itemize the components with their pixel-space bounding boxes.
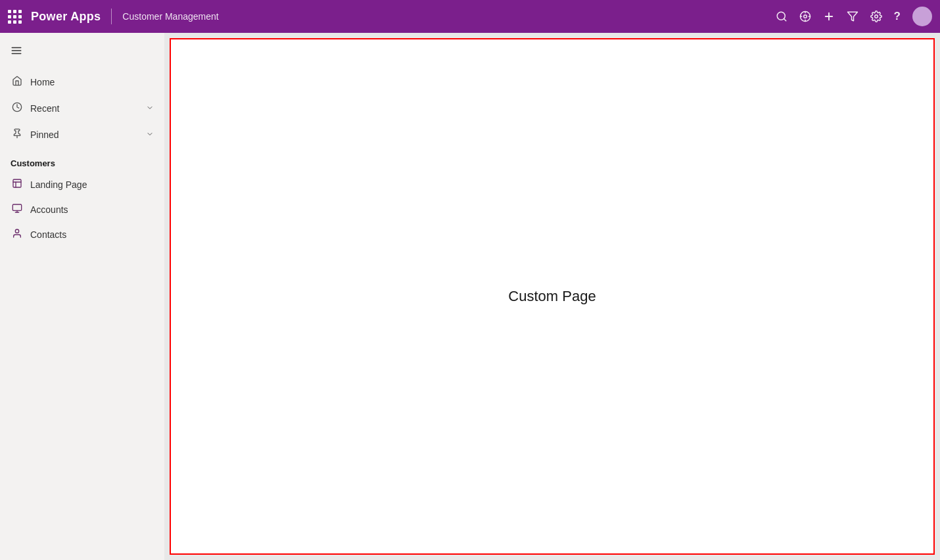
sidebar-item-recent[interactable]: Recent: [0, 95, 164, 122]
recent-chevron-icon: [146, 104, 154, 114]
app-name: Power Apps: [31, 10, 101, 24]
sidebar-recent-label: Recent: [30, 103, 146, 114]
landing-page-label: Landing Page: [30, 179, 87, 190]
topbar: Power Apps Customer Management: [0, 0, 940, 33]
accounts-icon: [11, 203, 24, 216]
svg-point-23: [15, 229, 18, 233]
svg-rect-17: [13, 179, 21, 187]
accounts-label: Accounts: [30, 204, 68, 215]
topbar-divider: [111, 9, 112, 24]
svg-point-11: [874, 15, 878, 18]
content-area: Custom Page: [164, 33, 940, 560]
sidebar-item-landing-page[interactable]: Landing Page: [0, 172, 164, 197]
svg-line-1: [784, 18, 786, 20]
landing-page-icon: [11, 178, 24, 191]
customers-section-header: Customers: [0, 148, 164, 172]
sidebar-item-contacts[interactable]: Contacts: [0, 222, 164, 247]
filter-icon[interactable]: [847, 11, 858, 22]
svg-rect-20: [12, 204, 21, 210]
avatar[interactable]: [912, 7, 932, 26]
svg-marker-10: [847, 12, 857, 21]
contacts-label: Contacts: [30, 229, 66, 240]
contacts-icon: [11, 228, 24, 241]
page-title: Customer Management: [122, 11, 218, 22]
search-icon[interactable]: [776, 11, 787, 22]
target-icon[interactable]: [799, 11, 811, 22]
topbar-actions: ?: [776, 7, 932, 26]
app-grid-icon[interactable]: [8, 10, 22, 24]
custom-page-text: Custom Page: [508, 288, 596, 305]
pin-icon: [11, 128, 24, 141]
sidebar-home-label: Home: [30, 77, 154, 87]
pinned-chevron-icon: [146, 130, 154, 140]
sidebar: Home Recent: [0, 33, 164, 560]
sidebar-pinned-label: Pinned: [30, 129, 146, 140]
content-inner: Custom Page: [170, 38, 935, 555]
main-area: Home Recent: [0, 33, 940, 560]
recent-icon: [11, 102, 24, 115]
svg-point-3: [803, 15, 807, 18]
sidebar-item-home[interactable]: Home: [0, 69, 164, 95]
help-icon[interactable]: ?: [894, 10, 901, 23]
home-icon: [11, 76, 24, 89]
sidebar-item-pinned[interactable]: Pinned: [0, 122, 164, 148]
add-icon[interactable]: [823, 11, 835, 22]
settings-icon[interactable]: [870, 11, 882, 22]
sidebar-item-accounts[interactable]: Accounts: [0, 197, 164, 222]
hamburger-menu[interactable]: [0, 38, 164, 69]
